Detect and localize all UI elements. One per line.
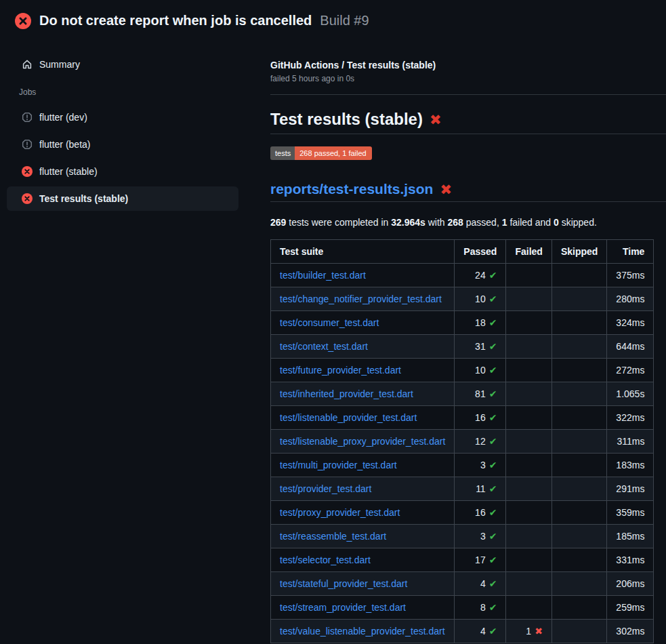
- table-row: test/value_listenable_provider_test.dart…: [271, 620, 654, 643]
- check-icon: ✔: [489, 483, 497, 494]
- time-cell: 359ms: [607, 501, 654, 525]
- table-row: test/reassemble_test.dart 3✔ 185ms: [271, 525, 654, 548]
- table-row: test/builder_test.dart 24✔ 375ms: [271, 264, 654, 287]
- table-row: test/inherited_provider_test.dart 81✔ 1.…: [271, 382, 654, 406]
- x-circle-icon: [22, 166, 33, 177]
- test-suite-link[interactable]: test/builder_test.dart: [280, 270, 366, 281]
- sidebar-item-flutter-dev[interactable]: flutter (dev): [7, 105, 238, 129]
- sidebar-item-label: flutter (beta): [39, 139, 90, 150]
- test-suite-link[interactable]: test/listenable_provider_test.dart: [280, 412, 417, 423]
- table-row: test/multi_provider_test.dart 3✔ 183ms: [271, 454, 654, 477]
- test-suite-link[interactable]: test/future_provider_test.dart: [280, 365, 401, 376]
- check-status-text: failed 5 hours ago in 0s: [270, 74, 666, 83]
- col-test-suite: Test suite: [271, 240, 455, 264]
- skipped-cell: [551, 287, 606, 311]
- skipped-cell: [551, 501, 606, 525]
- check-icon: ✔: [489, 626, 497, 637]
- check-summary-header: GitHub Actions / Test results (stable) f…: [270, 38, 666, 95]
- skipped-cell: [551, 548, 606, 572]
- sidebar-item-label: Test results (stable): [39, 193, 128, 204]
- time-cell: 185ms: [607, 525, 654, 548]
- test-suite-link[interactable]: test/stream_provider_test.dart: [280, 602, 406, 613]
- sidebar-item-label: flutter (stable): [39, 166, 98, 177]
- table-row: test/stream_provider_test.dart 8✔ 259ms: [271, 596, 654, 620]
- test-suite-link[interactable]: test/context_test.dart: [280, 341, 368, 352]
- time-cell: 311ms: [607, 430, 654, 454]
- skipped-cell: [551, 359, 606, 382]
- test-results-table: Test suite Passed Failed Skipped Time te…: [270, 239, 654, 643]
- stopped-icon: [22, 139, 33, 150]
- col-passed: Passed: [455, 240, 506, 264]
- time-cell: 183ms: [607, 454, 654, 477]
- skipped-cell: [551, 311, 606, 335]
- check-icon: ✔: [489, 555, 497, 565]
- x-circle-icon: [15, 13, 31, 29]
- sidebar-item-flutter-stable[interactable]: flutter (stable): [7, 159, 238, 184]
- test-suite-link[interactable]: test/reassemble_test.dart: [280, 531, 386, 542]
- test-suite-link[interactable]: test/value_listenable_provider_test.dart: [280, 626, 445, 637]
- time-cell: 302ms: [607, 620, 654, 643]
- check-icon: ✔: [489, 365, 497, 376]
- skipped-cell: [551, 335, 606, 359]
- section-heading: Test results (stable) ✖: [270, 110, 666, 134]
- table-row: test/change_notifier_provider_test.dart …: [271, 287, 654, 311]
- badge-value: 268 passed, 1 failed: [295, 146, 371, 160]
- home-icon: [22, 59, 33, 70]
- jobs-section-label: Jobs: [7, 87, 270, 97]
- time-cell: 644ms: [607, 335, 654, 359]
- cross-icon: ✖: [535, 626, 543, 637]
- test-suite-link[interactable]: test/multi_provider_test.dart: [280, 460, 397, 470]
- test-suite-link[interactable]: test/inherited_provider_test.dart: [280, 388, 413, 399]
- check-icon: ✔: [489, 602, 497, 613]
- table-row: test/listenable_proxy_provider_test.dart…: [271, 430, 654, 454]
- table-row: test/proxy_provider_test.dart 16✔ 359ms: [271, 501, 654, 525]
- skipped-cell: [551, 264, 606, 287]
- col-time: Time: [607, 240, 654, 264]
- check-icon: ✔: [489, 388, 497, 399]
- main-content: GitHub Actions / Test results (stable) f…: [270, 38, 666, 643]
- report-file-link[interactable]: reports/test-results.json: [270, 181, 433, 197]
- time-cell: 272ms: [607, 359, 654, 382]
- skipped-cell: [551, 430, 606, 454]
- check-icon: ✔: [489, 531, 497, 542]
- table-row: test/consumer_test.dart 18✔ 324ms: [271, 311, 654, 335]
- time-cell: 322ms: [607, 406, 654, 430]
- sidebar-item-flutter-beta[interactable]: flutter (beta): [7, 132, 238, 157]
- test-suite-link[interactable]: test/listenable_proxy_provider_test.dart: [280, 436, 445, 447]
- time-cell: 324ms: [607, 311, 654, 335]
- skipped-cell: [551, 454, 606, 477]
- test-suite-link[interactable]: test/stateful_provider_test.dart: [280, 578, 407, 589]
- col-failed: Failed: [506, 240, 551, 264]
- table-header-row: Test suite Passed Failed Skipped Time: [271, 240, 654, 264]
- badge-label: tests: [270, 146, 295, 160]
- check-icon: ✔: [489, 412, 497, 423]
- time-cell: 375ms: [607, 264, 654, 287]
- time-cell: 280ms: [607, 287, 654, 311]
- test-suite-link[interactable]: test/provider_test.dart: [280, 483, 371, 494]
- time-cell: 206ms: [607, 572, 654, 596]
- test-suite-link[interactable]: test/change_notifier_provider_test.dart: [280, 294, 442, 304]
- check-icon: ✔: [489, 270, 497, 281]
- cross-mark-icon: ✖: [430, 113, 442, 127]
- tests-summary-text: 269 tests were completed in 32.964s with…: [270, 217, 666, 228]
- test-suite-link[interactable]: test/proxy_provider_test.dart: [280, 507, 400, 518]
- test-suite-link[interactable]: test/selector_test.dart: [280, 555, 371, 565]
- test-suite-link[interactable]: test/consumer_test.dart: [280, 317, 379, 328]
- check-icon: ✔: [489, 294, 497, 304]
- check-icon: ✔: [489, 341, 497, 352]
- sidebar-item-label: flutter (dev): [39, 112, 87, 123]
- table-row: test/selector_test.dart 17✔ 331ms: [271, 548, 654, 572]
- skipped-cell: [551, 477, 606, 501]
- time-cell: 291ms: [607, 477, 654, 501]
- sidebar-item-label: Summary: [39, 59, 80, 70]
- skipped-cell: [551, 525, 606, 548]
- sidebar-item-summary[interactable]: Summary: [7, 52, 238, 77]
- sidebar: Summary Jobs flutter (dev) flutter (beta…: [0, 38, 270, 214]
- check-icon: ✔: [489, 317, 497, 328]
- time-cell: 259ms: [607, 596, 654, 620]
- sidebar-item-test-results-stable[interactable]: Test results (stable): [7, 186, 238, 211]
- cross-mark-icon: ✖: [440, 182, 452, 197]
- tests-badge: tests 268 passed, 1 failed: [270, 146, 372, 160]
- report-heading: reports/test-results.json ✖: [270, 181, 666, 202]
- col-skipped: Skipped: [551, 240, 606, 264]
